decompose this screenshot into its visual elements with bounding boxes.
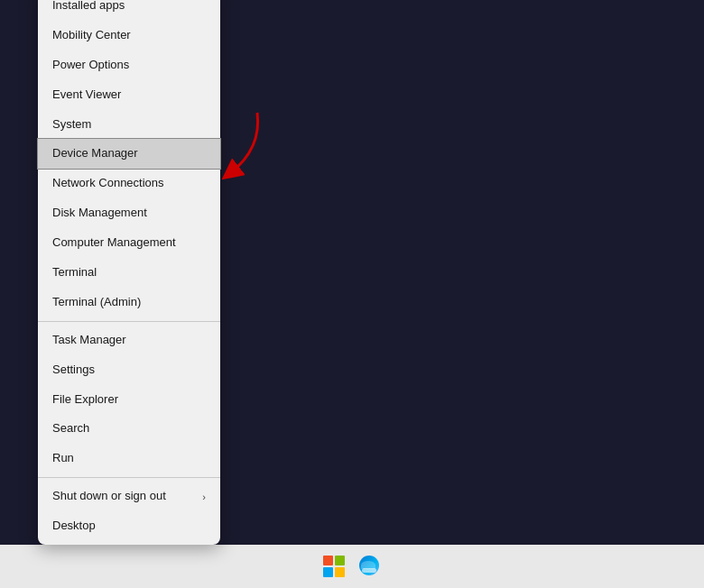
menu-item-label-power-options: Power Options xyxy=(52,58,129,73)
menu-separator xyxy=(38,321,220,322)
menu-item-disk-management[interactable]: Disk Management xyxy=(38,198,220,228)
menu-item-shut-down-sign-out[interactable]: Shut down or sign out› xyxy=(38,482,220,511)
menu-item-installed-apps[interactable]: Installed apps xyxy=(38,0,220,21)
menu-item-label-settings: Settings xyxy=(52,363,95,378)
menu-item-event-viewer[interactable]: Event Viewer xyxy=(38,80,220,110)
edge-icon xyxy=(359,556,381,577)
menu-item-label-event-viewer: Event Viewer xyxy=(52,87,121,103)
menu-item-file-explorer[interactable]: File Explorer xyxy=(38,385,220,415)
menu-item-network-connections[interactable]: Network Connections xyxy=(38,169,220,198)
start-button[interactable] xyxy=(318,550,350,583)
taskbar xyxy=(0,545,704,588)
submenu-chevron-shut-down-sign-out: › xyxy=(202,491,206,503)
menu-item-power-options[interactable]: Power Options xyxy=(38,51,220,80)
menu-item-label-device-manager: Device Manager xyxy=(52,146,138,161)
menu-item-label-terminal: Terminal xyxy=(52,265,97,280)
menu-item-label-terminal-admin: Terminal (Admin) xyxy=(52,295,141,310)
menu-item-label-disk-management: Disk Management xyxy=(52,206,147,221)
menu-item-mobility-center[interactable]: Mobility Center xyxy=(38,21,220,51)
menu-item-search[interactable]: Search xyxy=(38,414,220,444)
windows-icon xyxy=(323,556,345,577)
menu-item-label-run: Run xyxy=(52,451,74,466)
menu-item-computer-management[interactable]: Computer Management xyxy=(38,228,220,258)
menu-item-run[interactable]: Run xyxy=(38,444,220,473)
menu-item-label-computer-management: Computer Management xyxy=(52,235,176,251)
menu-item-label-task-manager: Task Manager xyxy=(52,333,126,348)
menu-item-label-installed-apps: Installed apps xyxy=(52,0,125,14)
menu-item-settings[interactable]: Settings xyxy=(38,355,220,385)
menu-item-task-manager[interactable]: Task Manager xyxy=(38,326,220,355)
menu-item-label-search: Search xyxy=(52,421,89,436)
menu-item-device-manager[interactable]: Device Manager xyxy=(38,139,220,169)
menu-item-label-desktop: Desktop xyxy=(52,519,96,534)
menu-item-label-shut-down-sign-out: Shut down or sign out xyxy=(52,489,166,504)
menu-item-desktop[interactable]: Desktop xyxy=(38,511,220,541)
menu-item-terminal-admin[interactable]: Terminal (Admin) xyxy=(38,288,220,317)
menu-item-terminal[interactable]: Terminal xyxy=(38,258,220,288)
context-menu: Installed appsMobility CenterPower Optio… xyxy=(38,0,220,545)
menu-item-label-system: System xyxy=(52,117,91,133)
menu-item-label-mobility-center: Mobility Center xyxy=(52,28,131,43)
menu-item-system[interactable]: System xyxy=(38,110,220,140)
menu-separator xyxy=(38,477,220,478)
menu-item-label-network-connections: Network Connections xyxy=(52,176,164,191)
menu-item-label-file-explorer: File Explorer xyxy=(52,392,118,408)
edge-button[interactable] xyxy=(354,550,386,583)
